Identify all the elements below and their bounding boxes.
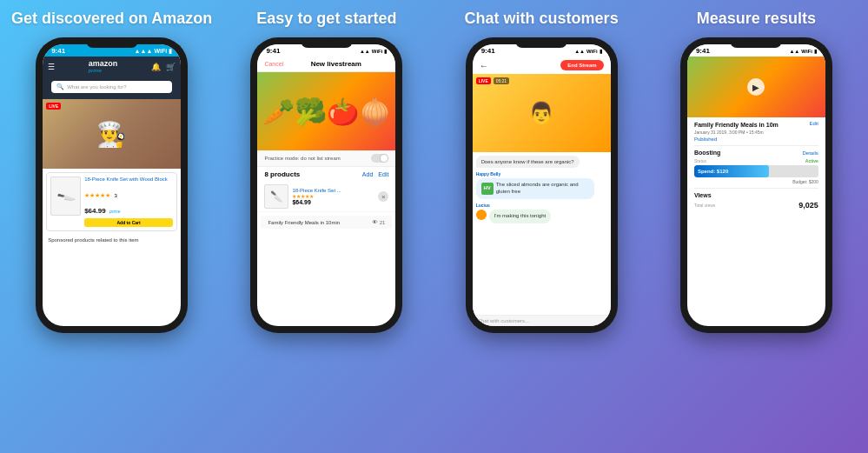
phone-notch-3 <box>515 37 567 48</box>
live-badge: LIVE <box>46 103 61 110</box>
happy-belly-text: The sliced almonds are organic and glute… <box>496 182 589 196</box>
add-product-button[interactable]: Add <box>362 171 373 177</box>
product-price-row: $64.99 prime <box>84 201 173 217</box>
phone-section-1: Get discovered on Amazon 9:41 ▲▲▲ WiFi ▮… <box>7 9 216 444</box>
bell-icon[interactable]: 🔔 <box>151 63 161 71</box>
product-rating: ★★★★★ 3 <box>84 185 173 201</box>
status-time-4: 9:41 <box>696 47 710 55</box>
back-button[interactable]: ← <box>480 61 488 70</box>
phone-notch-1 <box>86 37 138 48</box>
wifi-icon-3: WiFi <box>586 49 598 54</box>
stream-timer: 05:21 <box>494 77 510 84</box>
total-views-value: 9,025 <box>798 201 818 210</box>
phone-frame-3: 9:41 ▲▲ WiFi ▮ ← End Stream LIVE 05:21 <box>466 37 618 333</box>
stream-title-text: Family Friendly Meals in 10min <box>268 220 340 225</box>
livestream-header: Cancel New livestream <box>257 57 395 72</box>
battery-icon-2: ▮ <box>384 48 387 54</box>
status-row: Status Active <box>694 158 818 163</box>
happy-belly-sender: Happy Belly <box>476 171 607 177</box>
wifi-icon-4: WiFi <box>801 49 812 54</box>
host-figure: 👨 <box>528 101 554 125</box>
star-count: 3 <box>115 193 117 198</box>
phone-section-4: Measure results 9:41 ▲▲ WiFi ▮ ▶ <box>652 9 861 444</box>
views-row: Views <box>694 192 818 198</box>
status-icons-2: ▲▲ WiFi ▮ <box>360 48 388 54</box>
knife-icon: 🔪 <box>56 187 76 206</box>
small-product-image: 🔪 <box>264 184 288 209</box>
status-time-2: 9:41 <box>266 47 280 55</box>
sponsored-text: Sponsored products related to this item <box>43 235 181 247</box>
stars-icon: ★★★★★ <box>84 192 110 198</box>
chat-message-question: Does anyone know if these are organic? <box>476 156 580 168</box>
status-time-1: 9:41 <box>51 47 65 55</box>
edit-button[interactable]: Edit <box>810 121 818 126</box>
remove-product-button[interactable]: × <box>378 191 388 202</box>
happy-belly-bubble: HV The sliced almonds are organic and gl… <box>476 178 594 199</box>
boost-bar: Spend: $120 <box>694 165 818 177</box>
lucius-bubble: I'm making this tonight <box>489 210 552 223</box>
viewer-count: 👁 21 <box>372 219 386 225</box>
section-title-3: Chat with customers <box>465 9 619 29</box>
section-title-4: Measure results <box>697 9 816 29</box>
add-to-cart-button[interactable]: Add to Cart <box>84 218 173 227</box>
phone-notch-4 <box>730 37 782 48</box>
total-views-label: Total views <box>694 203 715 208</box>
amazon-logo: amazon prime <box>89 60 118 73</box>
signal-icon: ▲▲▲ <box>135 48 153 54</box>
phone-screen-3: 9:41 ▲▲ WiFi ▮ ← End Stream LIVE 05:21 <box>473 44 611 326</box>
live-video: LIVE 👨‍🍳 <box>43 99 181 169</box>
chat-input[interactable]: Chat with customers... <box>473 315 611 326</box>
signal-icon-4: ▲▲ <box>789 49 799 54</box>
practice-mode-toggle[interactable] <box>371 154 388 163</box>
products-header: 8 products Add Edit <box>257 167 395 182</box>
details-link[interactable]: Details <box>803 150 818 156</box>
small-product-info: 18-Piece Knife Set ... ★★★★★ $64.99 <box>292 188 374 205</box>
hamburger-icon[interactable]: ☰ <box>48 63 55 71</box>
status-icons-1: ▲▲▲ WiFi ▮ <box>135 48 173 55</box>
battery-icon-4: ▮ <box>814 48 817 54</box>
product-title[interactable]: 18-Piece Knife Set with Wood Block <box>84 177 173 183</box>
phone-frame-1: 9:41 ▲▲▲ WiFi ▮ ☰ amazon prime 🔔 <box>36 37 188 333</box>
divider-1 <box>694 145 818 146</box>
search-icon: 🔍 <box>56 83 64 90</box>
total-views-row: Total views 9,025 <box>694 201 818 210</box>
knife-icon-small: 🔪 <box>270 190 283 203</box>
lucius-row: I'm making this tonight <box>476 210 607 223</box>
header-icons: 🔔 🛒 <box>151 63 176 71</box>
divider-2 <box>694 188 818 189</box>
stream-video-bg: 👨 <box>473 74 611 152</box>
status-icons-3: ▲▲ WiFi ▮ <box>574 48 602 54</box>
happy-belly-logo: HV <box>481 183 494 195</box>
phone-screen-1: 9:41 ▲▲▲ WiFi ▮ ☰ amazon prime 🔔 <box>43 44 181 326</box>
section-title-2: Easy to get started <box>256 9 396 29</box>
signal-icon-3: ▲▲ <box>574 49 585 54</box>
phone-section-3: Chat with customers 9:41 ▲▲ WiFi ▮ ← End… <box>437 9 646 444</box>
status-time-3: 9:41 <box>481 47 495 55</box>
chat-area: Does anyone know if these are organic? H… <box>473 152 611 315</box>
product-card: 🔪 18-Piece Knife Set with Wood Block ★★★… <box>46 172 177 230</box>
phone-frame-2: 9:41 ▲▲ WiFi ▮ Cancel New livestream 🥕🥦🍅… <box>250 37 402 333</box>
phone-section-2: Easy to get started 9:41 ▲▲ WiFi ▮ Cance… <box>222 9 431 444</box>
product-info: 18-Piece Knife Set with Wood Block ★★★★★… <box>84 177 173 226</box>
spend-label: Spend: $120 <box>698 169 728 174</box>
product-item-row: 🔪 18-Piece Knife Set ... ★★★★★ $64.99 × <box>257 182 395 212</box>
end-stream-button[interactable]: End Stream <box>560 60 603 70</box>
practice-mode-row: Practice mode: do not list stream <box>257 150 395 167</box>
amazon-search-bar[interactable]: 🔍 What are you looking for? <box>51 81 172 93</box>
amazon-logo-text: amazon <box>89 60 118 68</box>
lucius-avatar <box>476 210 487 220</box>
small-product-stars: ★★★★★ <box>292 193 374 199</box>
eye-icon: 👁 <box>372 219 378 225</box>
published-badge: Published <box>694 137 818 142</box>
wifi-icon-2: WiFi <box>372 49 383 54</box>
search-container: 🔍 What are you looking for? <box>43 77 181 99</box>
cancel-button[interactable]: Cancel <box>264 61 283 67</box>
food-image: 🥕🥦🍅🧅 <box>257 72 395 150</box>
happy-belly-message: Happy Belly HV The sliced almonds are or… <box>476 171 607 199</box>
product-price: $64.99 <box>84 207 105 215</box>
edit-products-button[interactable]: Edit <box>378 171 388 177</box>
analytics-date: January 31 2019, 3:00 PM • 15:45m <box>694 130 818 135</box>
cart-icon[interactable]: 🛒 <box>166 63 176 71</box>
analytics-stream-title: Family Friendly Meals in 10m <box>694 121 779 129</box>
chat-header: ← End Stream <box>473 57 611 74</box>
